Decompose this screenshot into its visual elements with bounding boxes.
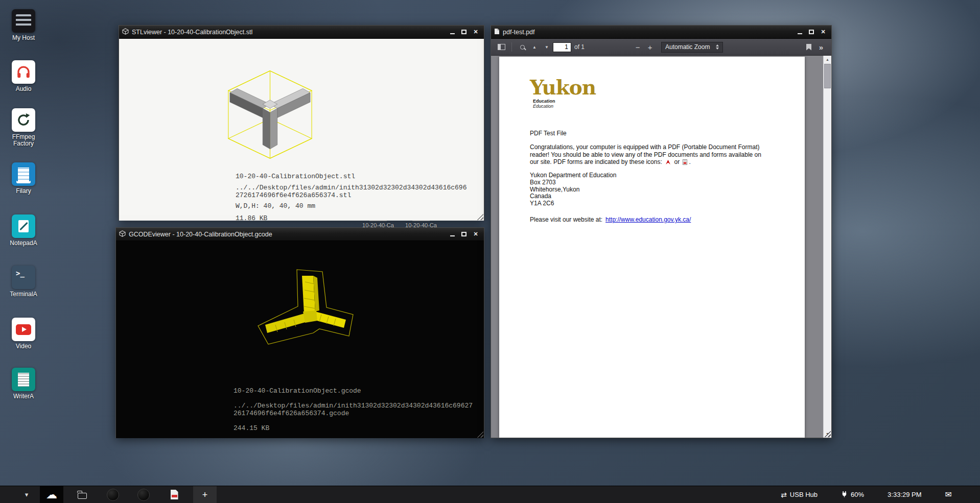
stl-filesize: 11.86 KB xyxy=(236,214,466,221)
minimize-icon xyxy=(450,33,455,34)
zoom-level-value: Automatic Zoom xyxy=(665,43,710,51)
taskbar-cloud-button[interactable]: ☁ xyxy=(40,486,63,503)
website-link[interactable]: http://www.education.gov.yk.ca/ xyxy=(605,216,691,223)
yukon-logo: Yukon Education Éducation xyxy=(530,77,596,109)
paragraph-line: reader! You should be able to view any o… xyxy=(530,151,761,158)
bookmark-icon xyxy=(806,44,811,51)
address-line: Whitehorse,Yukon xyxy=(530,186,616,194)
zoom-out-button[interactable]: − xyxy=(632,41,644,53)
gcode-filesize: 244.15 KB xyxy=(234,424,473,432)
pdf-file-icon xyxy=(171,490,178,499)
cube-app-icon xyxy=(122,28,129,37)
clock: 3:33:29 PM xyxy=(888,491,922,498)
website-label: Please visit our website at: xyxy=(530,216,602,223)
stlviewer-window: STLviewer - 10-20-40-CalibrationObject.s… xyxy=(119,25,484,221)
toolbar-separator xyxy=(511,42,512,52)
stlviewer-titlebar[interactable]: STLviewer - 10-20-40-CalibrationObject.s… xyxy=(119,26,484,39)
find-button[interactable] xyxy=(516,41,528,53)
more-tools-button[interactable]: » xyxy=(815,41,827,53)
desktop-icon-label: WriterA xyxy=(4,393,43,400)
taskbar-files-button[interactable] xyxy=(71,486,94,503)
notepad-pencil-icon xyxy=(12,214,35,238)
envelope-icon[interactable]: ✉ xyxy=(945,490,952,499)
zoom-level-select[interactable]: Automatic Zoom xyxy=(661,42,723,53)
power-plug-icon xyxy=(841,491,848,499)
app-circle-icon xyxy=(137,489,150,501)
desktop-icon-filary[interactable]: Filary xyxy=(4,162,43,195)
terminal-icon xyxy=(12,266,35,289)
page-count-label: of 1 xyxy=(574,43,585,51)
writer-document-icon xyxy=(12,368,35,391)
gcodeviewer-titlebar[interactable]: GCODEviewer - 10-20-40-CalibrationObject… xyxy=(116,228,484,241)
maximize-button[interactable] xyxy=(459,230,469,239)
stl-dimensions: W,D,H: 40, 40, 40 mm xyxy=(236,202,466,210)
app-circle-icon xyxy=(107,489,119,501)
stl-model-render xyxy=(205,65,335,170)
select-arrows-icon xyxy=(716,44,719,50)
address-line: Canada xyxy=(530,193,616,200)
maximize-icon xyxy=(461,232,466,236)
previous-page-button[interactable]: ▲ xyxy=(528,41,541,53)
desktop-icon-audio[interactable]: Audio xyxy=(4,60,43,92)
zoom-in-button[interactable]: + xyxy=(644,41,656,53)
gcode-3d-viewport[interactable]: 10-20-40-CalibrationObject.gcode ../../D… xyxy=(116,241,484,438)
maximize-icon xyxy=(461,30,466,34)
pdf-titlebar[interactable]: pdf-test.pdf ✕ xyxy=(491,26,831,39)
gcode-toolpath-render xyxy=(245,260,362,363)
maximize-icon xyxy=(809,30,814,34)
document-heading: PDF Test File xyxy=(530,130,567,137)
collapse-chevron-button[interactable]: ▾ xyxy=(20,491,33,498)
desktop-icon-my-host[interactable]: My Host xyxy=(4,9,43,41)
stl-3d-viewport[interactable]: 10-20-40-CalibrationObject.stl ../../Des… xyxy=(119,39,484,221)
maximize-button[interactable] xyxy=(459,28,469,37)
minimize-button[interactable] xyxy=(447,28,457,37)
taskbar-pdf-button[interactable] xyxy=(162,486,186,503)
close-button[interactable]: ✕ xyxy=(471,28,481,37)
usb-hub-label: USB Hub xyxy=(790,491,818,498)
taskbar-app-gcodeviewer[interactable] xyxy=(132,486,155,503)
close-button[interactable]: ✕ xyxy=(818,28,828,37)
desktop-icon-writera[interactable]: WriterA xyxy=(4,368,43,400)
taskbar-right: ⇄ USB Hub 60% 3:33:29 PM ✉ xyxy=(781,490,980,499)
paragraph-or: or xyxy=(674,158,680,165)
taskbar-app-stlviewer[interactable] xyxy=(101,486,125,503)
usb-hub-status[interactable]: ⇄ USB Hub xyxy=(781,491,818,499)
paragraph-line: our site. PDF forms are indicated by the… xyxy=(530,158,662,165)
minimize-button[interactable] xyxy=(795,28,805,37)
desktop-icon-video[interactable]: Video xyxy=(4,318,43,350)
resize-grip[interactable] xyxy=(476,430,483,438)
gcodeviewer-window: GCODEviewer - 10-20-40-CalibrationObject… xyxy=(115,227,484,438)
minimize-button[interactable] xyxy=(447,230,457,239)
desktop-icon-label: Video xyxy=(4,343,43,350)
search-icon xyxy=(520,45,525,50)
bookmark-button[interactable] xyxy=(803,41,815,53)
cloud-icon: ☁ xyxy=(46,489,57,500)
vertical-scrollbar[interactable]: ▲ ▼ xyxy=(823,56,831,438)
close-button[interactable]: ✕ xyxy=(471,230,481,239)
page-number-input[interactable] xyxy=(553,42,571,52)
desktop-icon-notepada[interactable]: NotepadA xyxy=(4,214,43,247)
gcode-filepath-line2: 26174696f6e4f626a656374.gcode xyxy=(234,410,473,417)
stl-filename: 10-20-40-CalibrationObject.stl xyxy=(236,173,466,180)
resize-grip[interactable] xyxy=(476,212,483,220)
desktop-icon-terminala[interactable]: TerminalA xyxy=(4,266,43,298)
window-title: GCODEviewer - 10-20-40-CalibrationObject… xyxy=(129,231,444,238)
desktop-icon-label: TerminalA xyxy=(4,291,43,298)
gcode-file-info: 10-20-40-CalibrationObject.gcode ../../D… xyxy=(234,387,473,432)
add-button[interactable]: + xyxy=(193,486,217,503)
maximize-button[interactable] xyxy=(806,28,816,37)
sidebar-toggle-button[interactable] xyxy=(495,41,507,53)
stl-filepath-line1: ../../Desktop/files/admin/inith31302d323… xyxy=(236,184,466,191)
scroll-up-button[interactable]: ▲ xyxy=(824,56,831,63)
pdf-form-icon xyxy=(683,159,687,167)
battery-percent: 60% xyxy=(851,491,864,498)
desktop-icon-ffmpeg-factory[interactable]: FFmpeg Factory xyxy=(4,108,43,147)
taskbar: ▾ ☁ + ⇄ USB Hub 60% 3:33:29 PM ✉ xyxy=(0,486,980,503)
scrollbar-thumb[interactable] xyxy=(824,64,831,88)
sidebar-toggle-icon xyxy=(498,44,505,50)
address-line: Yukon Department of Education xyxy=(530,172,616,179)
next-page-button[interactable]: ▼ xyxy=(541,41,553,53)
host-icon xyxy=(12,9,35,33)
taskbar-left: ▾ ☁ + xyxy=(0,486,217,503)
cube-app-icon xyxy=(119,230,126,239)
